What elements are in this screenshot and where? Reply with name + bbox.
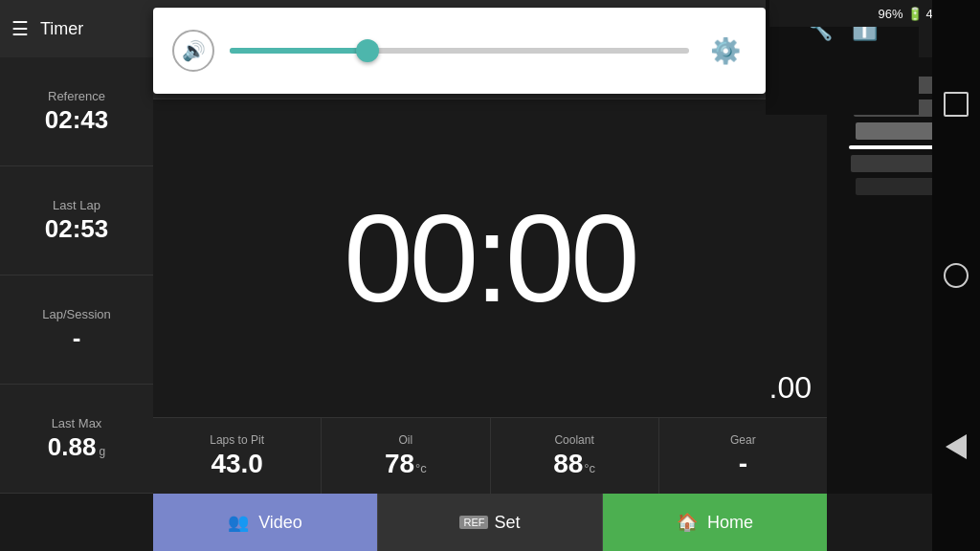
oil-label: Oil	[399, 433, 413, 447]
bottom-stats: Laps to Pit 43.0 Oil 78 °c Coolant 88 °c…	[153, 417, 827, 494]
timer-display[interactable]: 00:00 .00	[153, 99, 827, 417]
coolant-unit: °c	[584, 461, 595, 475]
timer-milliseconds: .00	[769, 370, 812, 406]
volume-slider-thumb[interactable]	[356, 39, 379, 62]
reference-label: Reference	[48, 89, 105, 103]
volume-popup: 🔊 ⚙️	[153, 8, 766, 94]
left-sidebar: Reference 02:43 Last Lap 02:53 Lap/Sessi…	[0, 57, 153, 494]
settings-gear-icon[interactable]: ⚙️	[704, 30, 746, 72]
ref-set-button[interactable]: REF Set	[377, 494, 603, 551]
square-icon	[944, 92, 969, 117]
app-title: Timer	[40, 19, 83, 39]
coolant-cell[interactable]: Coolant 88 °c	[491, 418, 659, 494]
last-max-value: 0.88	[48, 432, 97, 462]
oil-unit: °c	[415, 461, 427, 475]
oil-cell[interactable]: Oil 78 °c	[322, 418, 490, 494]
last-max-label: Last Max	[52, 416, 102, 430]
home-label: Home	[707, 513, 753, 533]
last-max-cell[interactable]: Last Max 0.88 g	[0, 385, 153, 494]
circle-icon	[944, 263, 969, 288]
oil-value: 78	[385, 449, 414, 479]
last-lap-value: 02:53	[45, 214, 109, 244]
laps-to-pit-cell[interactable]: Laps to Pit 43.0	[153, 418, 322, 494]
ref-badge: REF	[459, 516, 488, 529]
last-lap-cell[interactable]: Last Lap 02:53	[0, 166, 153, 276]
bottom-buttons: 👥 Video REF Set 🏠 Home	[153, 494, 827, 551]
volume-slider-fill	[230, 48, 368, 54]
home-icon: 🏠	[677, 512, 698, 533]
square-nav-button[interactable]	[942, 90, 970, 119]
last-lap-label: Last Lap	[53, 198, 100, 212]
home-button[interactable]: 🏠 Home	[603, 494, 827, 551]
ref-set-label: Set	[494, 513, 520, 533]
video-label: Video	[258, 513, 302, 533]
video-icon: 👥	[228, 512, 249, 533]
laps-to-pit-value: 43.0	[211, 449, 263, 479]
video-button[interactable]: 👥 Video	[153, 494, 377, 551]
main-area: Lap ▾ 🔍 Gap 00:00 .00 Laps to Pit 43.0 O…	[153, 57, 827, 494]
right-nav	[932, 0, 980, 551]
lap-session-value: -	[73, 323, 81, 353]
lap-session-cell[interactable]: Lap/Session -	[0, 276, 153, 385]
reference-cell[interactable]: Reference 02:43	[0, 57, 153, 166]
last-max-unit: g	[99, 445, 105, 458]
battery-percentage: 96%	[879, 7, 903, 21]
coolant-label: Coolant	[554, 433, 593, 447]
coolant-value: 88	[553, 449, 583, 479]
volume-slider[interactable]	[230, 48, 689, 54]
back-nav-button[interactable]	[942, 432, 970, 461]
reference-value: 02:43	[45, 105, 109, 135]
gear-label: Gear	[730, 433, 756, 447]
laps-to-pit-label: Laps to Pit	[210, 433, 264, 447]
battery-icon: 🔋	[907, 7, 923, 21]
triangle-back-icon	[946, 434, 967, 459]
gear-value: -	[739, 449, 747, 479]
hamburger-menu-icon[interactable]: ☰	[11, 17, 29, 40]
lap-session-label: Lap/Session	[42, 307, 111, 321]
circle-nav-button[interactable]	[942, 261, 970, 290]
gear-cell[interactable]: Gear -	[659, 418, 827, 494]
volume-speaker-icon[interactable]: 🔊	[172, 30, 214, 72]
timer-main-value: 00:00	[344, 196, 635, 320]
